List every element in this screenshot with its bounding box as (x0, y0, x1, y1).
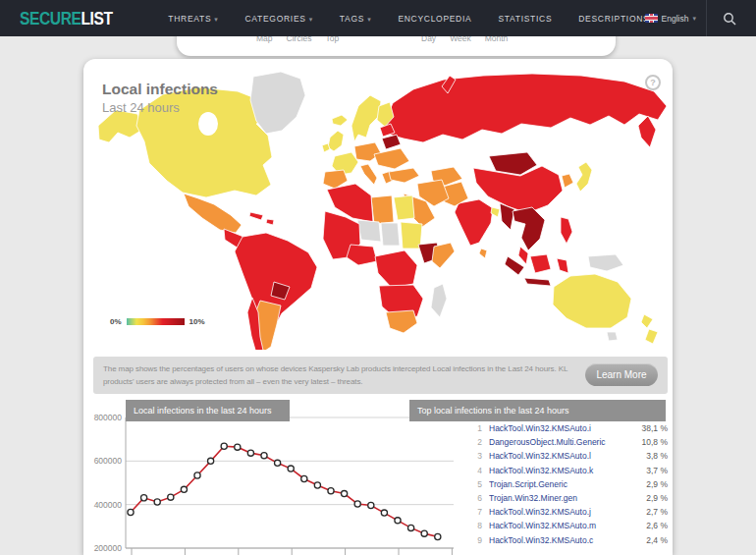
data-point-marker[interactable] (354, 501, 360, 507)
data-point-marker[interactable] (235, 444, 241, 450)
map-region-central-africa[interactable] (375, 250, 417, 288)
data-point-marker[interactable] (381, 510, 387, 516)
map-region-new-guinea[interactable] (588, 254, 623, 271)
rank-number: 3 (447, 451, 482, 461)
threat-name-link[interactable]: HackTool.Win32.KMSAuto.c (489, 535, 634, 545)
uk-flag-icon (645, 14, 658, 23)
data-point-marker[interactable] (342, 490, 348, 496)
map-region-cuba[interactable] (249, 212, 263, 220)
legend-min-label: 0% (110, 317, 122, 326)
map-region-nigeria[interactable] (347, 245, 377, 265)
threat-name-link[interactable]: HackTool.Win32.KMSAuto.i (489, 423, 634, 433)
map-region-mexico[interactable] (184, 194, 242, 233)
map-region-sulawesi[interactable] (557, 258, 568, 273)
threat-name-link[interactable]: HackTool.Win32.KMSAuto.k (489, 466, 634, 475)
threat-name-link[interactable]: DangerousObject.Multi.Generic (489, 437, 634, 447)
threat-percentage: 3,8 % (634, 451, 668, 461)
map-region-scandinavia[interactable] (351, 95, 381, 141)
data-point-marker[interactable] (128, 509, 134, 515)
threat-name-link[interactable]: HackTool.Win32.KMSAuto.m (489, 521, 634, 530)
map-region-egypt[interactable] (394, 195, 414, 220)
nav-item-tags[interactable]: TAGS▾ (340, 14, 372, 24)
map-region-chad[interactable] (381, 223, 400, 246)
securelist-logo[interactable]: SECURELIST (20, 8, 113, 29)
map-region-belarus[interactable] (382, 135, 401, 149)
map-region-java[interactable] (524, 278, 551, 286)
data-point-marker[interactable] (435, 533, 441, 539)
map-region-ireland[interactable] (322, 143, 330, 152)
map-description-text: The map shows the percentages of users o… (103, 362, 572, 388)
statistics-card: Local infections Last 24 hours ? 0% 10% … (83, 59, 673, 555)
data-point-marker[interactable] (275, 460, 281, 466)
help-icon[interactable]: ? (645, 75, 661, 90)
map-region-greenland[interactable] (250, 72, 305, 134)
threat-name-link[interactable]: HackTool.Win32.KMSAuto.l (489, 451, 634, 461)
threat-percentage: 2,9 % (634, 479, 668, 489)
map-region-tasmania[interactable] (607, 332, 618, 341)
threat-percentage: 2,6 % (634, 521, 668, 530)
map-region-hispaniola[interactable] (266, 219, 274, 225)
map-region-japan[interactable] (576, 162, 592, 192)
map-region-new-zealand-north[interactable] (641, 314, 653, 328)
nav-item-threats[interactable]: THREATS▾ (168, 14, 218, 24)
map-region-philippines[interactable] (561, 217, 572, 244)
nav-item-descriptions[interactable]: DESCRIPTIONS (578, 14, 649, 24)
threat-percentage: 2,9 % (634, 493, 668, 503)
data-point-marker[interactable] (221, 443, 227, 449)
data-point-marker[interactable] (208, 458, 214, 464)
map-region-india[interactable] (455, 199, 493, 246)
nav-item-categories[interactable]: CATEGORIES▾ (245, 14, 313, 24)
map-region-south-africa[interactable] (386, 310, 417, 333)
data-point-marker[interactable] (181, 486, 187, 492)
nav-item-statistics[interactable]: STATISTICS (498, 14, 552, 24)
threat-name-link[interactable]: Trojan.Script.Generic (489, 479, 634, 489)
data-point-marker[interactable] (247, 450, 253, 456)
language-selector[interactable]: English ▾ (645, 14, 696, 24)
main-nav: THREATS▾CATEGORIES▾TAGS▾ENCYCLOPEDIASTAT… (168, 14, 649, 24)
map-region-new-zealand-south[interactable] (645, 329, 658, 344)
map-region-indochina[interactable] (513, 207, 545, 250)
threat-name-link[interactable]: Trojan.Win32.Miner.gen (489, 493, 634, 503)
top-infection-row: 5Trojan.Script.Generic2,9 % (447, 477, 668, 491)
data-point-marker[interactable] (328, 488, 334, 494)
map-region-sahel[interactable] (357, 220, 381, 242)
top-panel-header: Top local infections in the last 24 hour… (409, 400, 666, 421)
data-point-marker[interactable] (301, 475, 307, 481)
map-region-borneo[interactable] (530, 254, 551, 273)
data-point-marker[interactable] (288, 466, 294, 472)
data-point-marker[interactable] (261, 453, 267, 459)
learn-more-button[interactable]: Learn More (585, 363, 658, 386)
map-region-australia[interactable] (553, 274, 631, 328)
data-point-marker[interactable] (168, 494, 174, 500)
threat-percentage: 2,7 % (634, 507, 668, 517)
map-region-italy[interactable] (360, 164, 377, 185)
map-region-sri-lanka[interactable] (479, 249, 487, 258)
data-point-marker[interactable] (421, 530, 427, 536)
map-legend: 0% 10% (110, 317, 205, 326)
search-button[interactable] (717, 12, 742, 26)
y-axis-label: 800000 (94, 413, 123, 422)
data-point-marker[interactable] (154, 499, 160, 505)
map-region-madagascar[interactable] (431, 284, 447, 317)
map-region-iceland[interactable] (332, 115, 348, 126)
map-region-korea[interactable] (562, 174, 573, 188)
map-region-kamchatka[interactable] (638, 116, 656, 147)
rank-number: 1 (447, 423, 482, 433)
data-point-marker[interactable] (368, 502, 374, 508)
data-point-marker[interactable] (314, 482, 320, 488)
rank-number: 2 (447, 437, 482, 447)
threat-name-link[interactable]: HackTool.Win32.KMSAuto.j (489, 507, 634, 517)
map-region-libya[interactable] (371, 195, 394, 224)
data-point-marker[interactable] (194, 472, 200, 478)
map-region-uk[interactable] (328, 131, 344, 151)
legend-max-label: 10% (189, 317, 205, 326)
data-point-marker[interactable] (141, 495, 147, 501)
map-region-somalia[interactable] (432, 243, 455, 268)
nav-item-encyclopedia[interactable]: ENCYCLOPEDIA (398, 14, 471, 24)
rank-number: 7 (447, 507, 482, 517)
map-region-russia[interactable] (384, 74, 667, 142)
data-point-marker[interactable] (395, 518, 401, 524)
map-region-turkey[interactable] (389, 168, 419, 183)
data-point-marker[interactable] (408, 525, 414, 530)
map-region-malay-peninsula[interactable] (518, 247, 528, 264)
